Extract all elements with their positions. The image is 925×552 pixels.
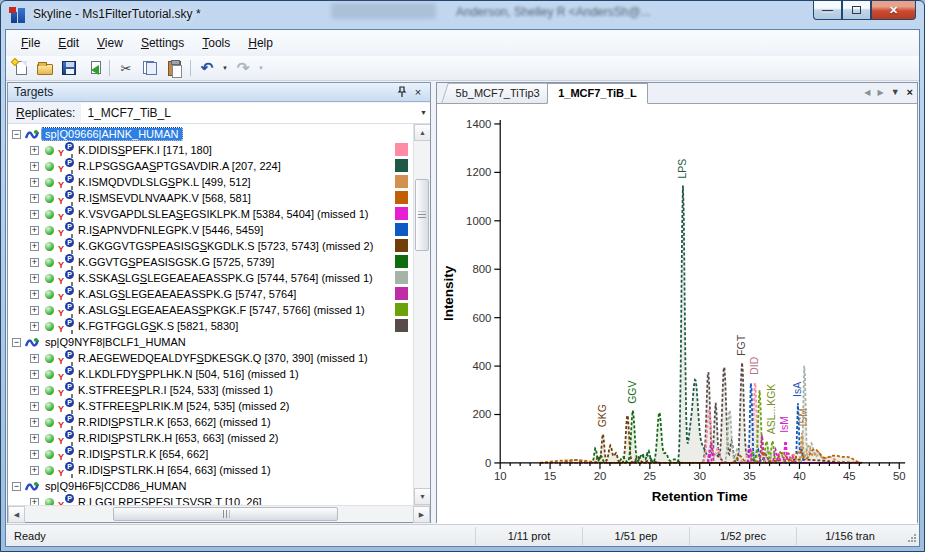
expand-icon[interactable]: + [30, 146, 39, 155]
scroll-up-button[interactable]: ▲ [414, 124, 430, 141]
peptide-label[interactable]: K.GGVTGSPEASISGSK.G [5725, 5739] [75, 256, 277, 268]
expand-icon[interactable]: + [30, 402, 39, 411]
chromatogram-svg[interactable]: 1015202530354045500200400600800100012001… [437, 104, 917, 527]
tree-peptide-row[interactable]: +PYK.ASLGSLEGEAEAEASSPK.G [5747, 5764] [8, 286, 413, 302]
expand-icon[interactable]: + [30, 306, 39, 315]
peptide-label[interactable]: K.GKGGVTGSPEASISGSKGDLK.S [5723, 5743] (… [75, 240, 376, 252]
resize-grip[interactable] [903, 529, 917, 543]
expand-icon[interactable]: + [30, 370, 39, 379]
peptide-label[interactable]: K.VSVGAPDLSLEASEGSIKLPK.M [5384, 5404] (… [75, 208, 371, 220]
tree-peptide-row[interactable]: +PYK.LKDLFDYSPPLHK.N [504, 516] (missed … [8, 366, 413, 382]
maximize-button[interactable] [842, 1, 871, 20]
collapse-icon[interactable]: − [12, 338, 21, 347]
pin-icon[interactable] [394, 85, 410, 100]
peptide-label[interactable]: K.STFREESPLR.I [524, 533] (missed 1) [75, 384, 276, 396]
peptide-label[interactable]: R.RIDISPSTLRK.H [653, 663] (missed 2) [75, 432, 282, 444]
tab-list-dropdown-icon[interactable]: ▼ [891, 87, 900, 97]
tree-peptide-row[interactable]: +PYK.GKGGVTGSPEASISGSKGDLK.S [5723, 5743… [8, 238, 413, 254]
expand-icon[interactable]: + [30, 226, 39, 235]
peptide-label[interactable]: K.FGTFGGLGSK.S [5821, 5830] [75, 320, 241, 332]
minimize-button[interactable]: — [813, 1, 842, 20]
protein-label[interactable]: sp|Q09666|AHNK_HUMAN [42, 128, 182, 140]
peptide-label[interactable]: K.ISMQDVDLSLGSPK.L [499, 512] [75, 176, 254, 188]
peptide-label[interactable]: R.LGGLRPESPESLTSVSR.T [10, 26] [75, 496, 265, 505]
expand-icon[interactable]: + [30, 466, 39, 475]
tree-protein-row[interactable]: −sp|Q9NYF8|BCLF1_HUMAN [8, 334, 413, 350]
expand-icon[interactable]: + [30, 322, 39, 331]
peptide-label[interactable]: K.STFREESPLRIK.M [524, 535] (missed 2) [75, 400, 293, 412]
menu-tools[interactable]: Tools [193, 32, 239, 54]
tree-peptide-row[interactable]: +PYK.SSKASLGSLEGEAEAEASSPK.G [5744, 5764… [8, 270, 413, 286]
scroll-left-button[interactable]: ◀ [8, 506, 25, 523]
vertical-scrollbar[interactable]: ▲ ▼ [413, 124, 430, 505]
menu-view[interactable]: View [88, 32, 132, 54]
open-button[interactable] [34, 58, 56, 79]
menu-file[interactable]: File [12, 32, 49, 54]
save-button[interactable] [58, 58, 80, 79]
scroll-down-button[interactable]: ▼ [414, 488, 430, 505]
tab-close-icon[interactable]: × [907, 86, 913, 98]
expand-icon[interactable]: + [30, 434, 39, 443]
vertical-scroll-thumb[interactable] [415, 179, 429, 251]
tree-peptide-row[interactable]: +PYK.STFREESPLRIK.M [524, 535] (missed 2… [8, 398, 413, 414]
horizontal-scroll-thumb[interactable] [113, 507, 338, 521]
peptide-label[interactable]: R.LPSGSGAASPTGSAVDIR.A [207, 224] [75, 160, 284, 172]
cut-button[interactable]: ✂ [115, 58, 137, 79]
tab-5b_MCF7_TiTip3[interactable]: 5b_MCF7_TiTip3 [441, 83, 554, 104]
tree-peptide-row[interactable]: +PYK.GGVTGSPEASISGSK.G [5725, 5739] [8, 254, 413, 270]
tree-peptide-row[interactable]: +PYK.STFREESPLR.I [524, 533] (missed 1) [8, 382, 413, 398]
chromatogram-chart[interactable]: 1015202530354045500200400600800100012001… [437, 104, 917, 527]
peptide-label[interactable]: R.AEGEWEDQEALDYFSDKESGK.Q [370, 390] (mi… [75, 352, 371, 364]
peptide-label[interactable]: R.ISAPNVDFNLEGPK.V [5446, 5459] [75, 224, 266, 236]
menu-edit[interactable]: Edit [49, 32, 88, 54]
expand-icon[interactable]: + [30, 450, 39, 459]
expand-icon[interactable]: + [30, 242, 39, 251]
expand-icon[interactable]: + [30, 418, 39, 427]
peptide-label[interactable]: K.SSKASLGSLEGEAEAEASSPK.G [5744, 5764] (… [75, 272, 376, 284]
new-document-button[interactable] [10, 58, 32, 79]
tree-peptide-row[interactable]: +PYK.VSVGAPDLSLEASEGSIKLPK.M [5384, 5404… [8, 206, 413, 222]
peptide-label[interactable]: K.DIDISSPEFK.I [171, 180] [75, 144, 215, 156]
tab-scroll-left-icon[interactable]: ◀ [864, 88, 870, 97]
tree-peptide-row[interactable]: +PYK.ASLGSLEGEAEAEASSPKGK.F [5747, 5766]… [8, 302, 413, 318]
tree-protein-row[interactable]: −sp|Q9H6F5|CCD86_HUMAN [8, 478, 413, 494]
tree-peptide-row[interactable]: +PYR.IDISPSTLR.K [654, 662] [8, 446, 413, 462]
close-button[interactable]: ✕ [871, 1, 916, 20]
expand-icon[interactable]: + [30, 258, 39, 267]
horizontal-scrollbar[interactable]: ◀ ▶ [8, 505, 430, 522]
protein-label[interactable]: sp|Q9NYF8|BCLF1_HUMAN [42, 336, 189, 348]
undo-button[interactable]: ↶ [196, 58, 218, 79]
expand-icon[interactable]: + [30, 290, 39, 299]
peptide-label[interactable]: K.LKDLFDYSPPLHK.N [504, 516] (missed 1) [75, 368, 302, 380]
replicates-combo[interactable]: 1_MCF7_TiB_L ▼ [81, 103, 430, 123]
collapse-icon[interactable]: − [12, 130, 21, 139]
tree-peptide-row[interactable]: +PYR.LGGLRPESPESLTSVSR.T [10, 26] [8, 494, 413, 505]
tree-protein-row[interactable]: −sp|Q09666|AHNK_HUMAN [8, 126, 413, 142]
tree-peptide-row[interactable]: +PYR.IDISPSTLRK.H [654, 663] (missed 1) [8, 462, 413, 478]
expand-icon[interactable]: + [30, 194, 39, 203]
tab-scroll-right-icon[interactable]: ▶ [877, 88, 883, 97]
expand-icon[interactable]: + [30, 498, 39, 506]
expand-icon[interactable]: + [30, 274, 39, 283]
peptide-label[interactable]: K.ASLGSLEGEAEAEASSPKGK.F [5747, 5766] (m… [75, 304, 368, 316]
peptide-label[interactable]: R.IDISPSTLR.K [654, 662] [75, 448, 211, 460]
tree-peptide-row[interactable]: +PYK.FGTFGGLGSK.S [5821, 5830] [8, 318, 413, 334]
targets-panel-header[interactable]: Targets × [8, 83, 430, 102]
targets-close-icon[interactable]: × [410, 85, 426, 100]
tree-peptide-row[interactable]: +PYK.DIDISSPEFK.I [171, 180] [8, 142, 413, 158]
expand-icon[interactable]: + [30, 178, 39, 187]
peptide-label[interactable]: R.IDISPSTLRK.H [654, 663] (missed 1) [75, 464, 274, 476]
tree-peptide-row[interactable]: +PYR.AEGEWEDQEALDYFSDKESGK.Q [370, 390] … [8, 350, 413, 366]
tree-peptide-row[interactable]: +PYR.ISMSEVDLNVAAPK.V [568, 581] [8, 190, 413, 206]
expand-icon[interactable]: + [30, 210, 39, 219]
tree-peptide-row[interactable]: +PYR.RIDISPSTLRK.H [653, 663] (missed 2) [8, 430, 413, 446]
peptide-label[interactable]: K.ASLGSLEGEAEAEASSPK.G [5747, 5764] [75, 288, 299, 300]
peptide-label[interactable]: R.RIDISPSTLR.K [653, 662] (missed 1) [75, 416, 274, 428]
redo-dropdown[interactable]: ▼ [256, 58, 266, 79]
redo-button[interactable]: ↷ [232, 58, 254, 79]
tab-1_MCF7_TiB_L[interactable]: 1_MCF7_TiB_L [547, 83, 648, 104]
tree-peptide-row[interactable]: +PYR.ISAPNVDFNLEGPK.V [5446, 5459] [8, 222, 413, 238]
protein-label[interactable]: sp|Q9H6F5|CCD86_HUMAN [42, 480, 189, 492]
tree-peptide-row[interactable]: +PYK.ISMQDVDLSLGSPK.L [499, 512] [8, 174, 413, 190]
title-bar[interactable]: Anderson, Shelley R <AndersSh@... Skylin… [1, 1, 924, 29]
